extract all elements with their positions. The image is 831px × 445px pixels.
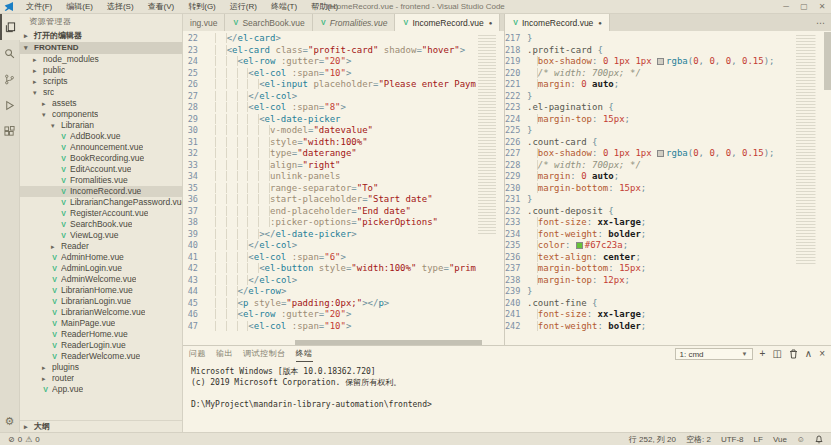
code-line-218[interactable]: 218.profit-card { <box>505 45 794 57</box>
code-line-34[interactable]: 34 unlink-panels <box>183 171 476 183</box>
tree-file-ReaderHome.vue[interactable]: VReaderHome.vue <box>20 329 182 340</box>
tree-file-LibrarianWelcome.vue[interactable]: VLibrarianWelcome.vue <box>20 307 182 318</box>
more-actions-icon[interactable]: ⋯ <box>816 18 825 28</box>
code-line-230[interactable]: 230 margin-bottom: 15px; <box>505 183 794 195</box>
tree-file-LibrarianChangePassword.vue[interactable]: VLibrarianChangePassword.vue <box>20 197 182 208</box>
source-control-icon[interactable] <box>0 66 20 92</box>
notifications-bell-icon[interactable] <box>815 435 823 444</box>
new-terminal-icon[interactable]: + <box>760 347 766 361</box>
outline-section[interactable]: ▸ 大纲 <box>20 420 182 432</box>
code-line-234[interactable]: 234 font-weight: bolder; <box>505 229 794 241</box>
maximize-icon[interactable]: ▢ <box>795 0 813 14</box>
tree-file-AddBook.vue[interactable]: VAddBook.vue <box>20 131 182 142</box>
gear-icon[interactable]: ⚙ <box>5 410 15 432</box>
code-line-236[interactable]: 236 text-align: center; <box>505 252 794 264</box>
tree-folder-public[interactable]: ▸public <box>20 65 182 76</box>
code-line-32[interactable]: 32 type="daterange" <box>183 148 476 160</box>
code-line-26[interactable]: 26 <el-input placeholder="Please enter P… <box>183 79 476 91</box>
panel-tab-调试控制台[interactable]: 调试控制台 <box>243 346 286 362</box>
tab-IncomeRecord.vue[interactable]: VIncomeRecord.vue● <box>395 14 500 31</box>
code-line-37[interactable]: 37 end-placeholder="End date" <box>183 206 476 218</box>
tree-folder-components[interactable]: ▾components <box>20 109 182 120</box>
code-line-238[interactable]: 238 margin-top: 12px; <box>505 275 794 287</box>
tree-file-SearchBook.vue[interactable]: VSearchBook.vue <box>20 219 182 230</box>
menu-item-3[interactable]: 查看(V) <box>141 0 182 14</box>
code-line-33[interactable]: 33 align="right" <box>183 160 476 172</box>
code-line-226[interactable]: 226.count-card { <box>505 137 794 149</box>
code-line-36[interactable]: 36 start-placeholder="Start date" <box>183 194 476 206</box>
tree-file-Announcement.vue[interactable]: VAnnouncement.vue <box>20 142 182 153</box>
tree-file-IncomeRecord.vue[interactable]: VIncomeRecord.vue <box>20 186 182 197</box>
run-debug-icon[interactable] <box>0 92 20 118</box>
code-line-44[interactable]: 44 </el-row> <box>183 286 476 298</box>
code-line-30[interactable]: 30 v-model="datevalue" <box>183 125 476 137</box>
code-line-224[interactable]: 224 margin-top: 15px; <box>505 114 794 126</box>
code-line-46[interactable]: 46 <el-row :gutter="20"> <box>183 309 476 321</box>
cursor-position[interactable]: 行 252, 列 20 <box>629 434 676 445</box>
tab-Fromalities.vue[interactable]: VFromalities.vue <box>313 14 396 31</box>
scrollbar-thumb[interactable] <box>824 32 831 90</box>
editor-right[interactable]: 217}218.profit-card {219 box-shadow: 0 1… <box>505 31 831 345</box>
code-line-40[interactable]: 40 </el-col> <box>183 240 476 252</box>
menu-item-2[interactable]: 选择(S) <box>100 0 141 14</box>
tree-file-AdminHome.vue[interactable]: VAdminHome.vue <box>20 252 182 263</box>
code-line-22[interactable]: 22 </el-card> <box>183 33 476 45</box>
problems-status[interactable]: ⊘ 0 ⚠ 0 <box>8 435 40 444</box>
menu-item-0[interactable]: 文件(F) <box>19 0 59 14</box>
code-line-232[interactable]: 232.count-deposit { <box>505 206 794 218</box>
code-line-229[interactable]: 229 margin: 0 auto; <box>505 171 794 183</box>
code-line-231[interactable]: 231} <box>505 194 794 206</box>
feedback-smiley-icon[interactable]: ☺ <box>797 435 805 444</box>
menu-item-7[interactable]: 帮助(H) <box>304 0 345 14</box>
code-line-219[interactable]: 219 box-shadow: 0 1px 1px rgba(0, 0, 0, … <box>505 56 794 68</box>
code-line-228[interactable]: 228 /* width: 700px; */ <box>505 160 794 172</box>
tree-file-ReaderWelcome.vue[interactable]: VReaderWelcome.vue <box>20 351 182 362</box>
search-icon[interactable] <box>0 40 20 66</box>
minimize-icon[interactable]: ─ <box>777 0 795 14</box>
panel-tab-输出[interactable]: 输出 <box>216 346 233 362</box>
tree-file-AdminLogin.vue[interactable]: VAdminLogin.vue <box>20 263 182 274</box>
code-line-242[interactable]: 242 font-weight: bolder; <box>505 321 794 333</box>
tree-file-ViewLog.vue[interactable]: VViewLog.vue <box>20 230 182 241</box>
scrollbar-thumb[interactable] <box>295 340 481 345</box>
code-line-241[interactable]: 241 font-size: xx-large; <box>505 309 794 321</box>
minimap-left[interactable] <box>478 35 502 235</box>
tree-folder-plugins[interactable]: ▸plugins <box>20 362 182 373</box>
code-line-42[interactable]: 42 <el-button style="width:100%" type="p… <box>183 263 476 275</box>
eol-setting[interactable]: LF <box>754 435 763 444</box>
code-line-221[interactable]: 221 margin: 0 auto; <box>505 79 794 91</box>
minimap-right[interactable] <box>796 35 822 265</box>
encoding[interactable]: UTF-8 <box>721 435 744 444</box>
code-line-227[interactable]: 227 box-shadow: 0 1px 1px rgba(0, 0, 0, … <box>505 148 794 160</box>
close-panel-icon[interactable]: × <box>819 347 825 361</box>
panel-tab-问题[interactable]: 问题 <box>189 346 206 362</box>
close-icon[interactable]: ✕ <box>813 0 831 14</box>
editor-left[interactable]: 22 </el-card>23 <el-card class="profit-c… <box>183 31 504 345</box>
tab-IncomeRecord.vue[interactable]: VIncomeRecord.vue● <box>505 14 610 31</box>
code-line-27[interactable]: 27 </el-col> <box>183 91 476 103</box>
tree-folder-scripts[interactable]: ▸scripts <box>20 76 182 87</box>
tree-folder-node_modules[interactable]: ▸node_modules <box>20 54 182 65</box>
terminal-shell-select[interactable]: 1: cmd ▼ <box>675 348 753 360</box>
code-line-47[interactable]: 47 <el-col :span="10"> <box>183 321 476 333</box>
code-line-222[interactable]: 222} <box>505 91 794 103</box>
tree-file-LibrarianLogin.vue[interactable]: VLibrarianLogin.vue <box>20 296 182 307</box>
code-line-39[interactable]: 39 ></el-date-picker> <box>183 229 476 241</box>
menu-item-4[interactable]: 转到(G) <box>181 0 223 14</box>
tree-folder-Librarian[interactable]: ▾Librarian <box>20 120 182 131</box>
tree-file-AdminWelcome.vue[interactable]: VAdminWelcome.vue <box>20 274 182 285</box>
code-line-217[interactable]: 217} <box>505 33 794 45</box>
indent-setting[interactable]: 空格: 2 <box>686 434 711 445</box>
explorer-icon[interactable] <box>0 14 20 40</box>
tree-file-BookRecording.vue[interactable]: VBookRecording.vue <box>20 153 182 164</box>
maximize-panel-icon[interactable]: ∧ <box>805 347 812 361</box>
tree-file-ReaderLogin.vue[interactable]: VReaderLogin.vue <box>20 340 182 351</box>
code-line-235[interactable]: 235 color: #67c23a; <box>505 240 794 252</box>
menu-item-5[interactable]: 运行(R) <box>223 0 264 14</box>
tree-file-LibrarianHome.vue[interactable]: VLibrarianHome.vue <box>20 285 182 296</box>
tree-folder-router[interactable]: ▸router <box>20 373 182 384</box>
code-line-233[interactable]: 233 font-size: xx-large; <box>505 217 794 229</box>
menu-item-1[interactable]: 编辑(E) <box>59 0 100 14</box>
extensions-icon[interactable] <box>0 118 20 144</box>
code-line-237[interactable]: 237 margin-bottom: 15px; <box>505 263 794 275</box>
